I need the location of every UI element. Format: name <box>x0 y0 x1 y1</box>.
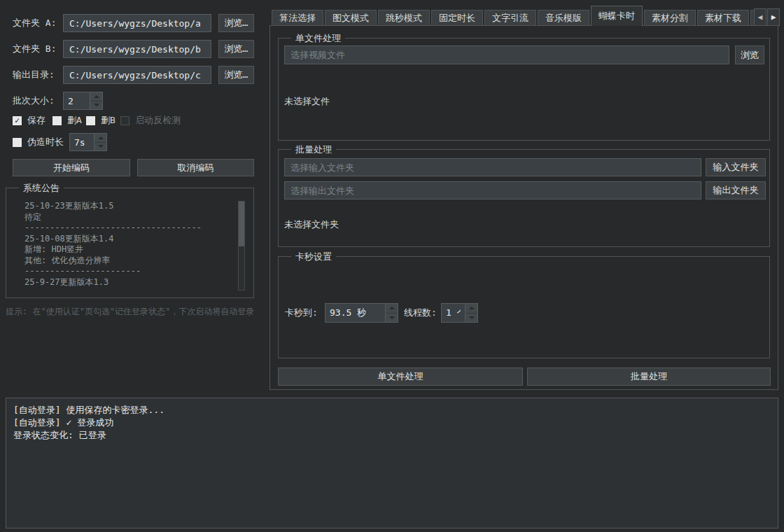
folder-a-label: 文件夹 A: <box>13 14 56 31</box>
save-checkbox-label: 保存 <box>27 111 46 129</box>
log-line: [自动登录] 使用保存的卡密登录... <box>13 404 771 416</box>
tab-pane: 单文件处理 浏览 未选择文件 批量处理 输入文件夹 输出文件夹 未选择文件夹 卡… <box>270 25 778 390</box>
output-dir-label: 输出目录: <box>13 66 55 83</box>
log-output[interactable]: [自动登录] 使用保存的卡密登录... [自动登录] ✓ 登录成功 登录状态变化… <box>6 398 778 528</box>
anti-detect-checkbox-label: 启动反检测 <box>135 111 181 129</box>
spinner-down-icon[interactable] <box>465 314 477 323</box>
announcement-line: 25-9-27更新版本1.3 <box>24 277 231 288</box>
announcement-line: 25-10-23更新版本1.5 <box>24 201 231 212</box>
batch-status: 未选择文件夹 <box>284 218 339 231</box>
input-folder-button[interactable]: 输入文件夹 <box>706 158 766 176</box>
tab-fixed-duration[interactable]: 固定时长 <box>431 10 483 26</box>
batch-group-title: 批量处理 <box>291 144 336 155</box>
tab-music-template[interactable]: 音乐模版 <box>538 10 589 26</box>
announcement-line: 25-10-08更新版本1.4 <box>24 234 231 245</box>
save-checkbox[interactable]: ✓ <box>13 116 22 125</box>
spinner-down-icon[interactable] <box>94 143 106 151</box>
anti-detect-checkbox <box>120 116 130 125</box>
output-dir-browse-button[interactable]: 浏览… <box>218 66 254 84</box>
tab-material-download[interactable]: 素材下载 <box>697 10 749 26</box>
tab-material-split[interactable]: 素材分割 <box>644 10 696 26</box>
process-batch-button[interactable]: 批量处理 <box>527 368 771 386</box>
thread-count-label: 线程数: <box>404 304 437 321</box>
card-seconds-label: 卡秒到: <box>285 304 318 321</box>
tab-image-text[interactable]: 图文模式 <box>325 10 377 26</box>
video-browse-button[interactable]: 浏览 <box>735 46 764 64</box>
announcements-group: 系统公告 25-10-23更新版本1.5 待定 ----------------… <box>6 188 254 298</box>
scrollbar-thumb[interactable] <box>239 202 244 246</box>
spinner-down-icon[interactable] <box>90 102 102 110</box>
tab-scroll-left-icon[interactable]: ◀ <box>754 8 766 26</box>
announcement-line: 待定 <box>24 212 231 223</box>
delete-a-checkbox-label: 删A <box>67 111 82 129</box>
thread-count-value[interactable] <box>442 304 465 322</box>
spinner-up-icon[interactable] <box>94 134 106 143</box>
folder-b-label: 文件夹 B: <box>13 40 56 57</box>
folder-a-browse-button[interactable]: 浏览… <box>218 14 254 32</box>
tab-algorithm[interactable]: 算法选择 <box>272 10 323 26</box>
delete-b-checkbox[interactable] <box>86 116 95 125</box>
single-file-status: 未选择文件 <box>284 95 330 108</box>
batch-size-stepper[interactable] <box>63 92 103 110</box>
spinner-up-icon[interactable] <box>386 304 398 314</box>
log-line: [自动登录] ✓ 登录成功 <box>13 416 771 429</box>
announcements-text[interactable]: 25-10-23更新版本1.5 待定 ---------------------… <box>24 201 231 292</box>
tab-skip-second[interactable]: 跳秒模式 <box>378 10 430 26</box>
input-folder-input[interactable] <box>284 158 701 176</box>
app-window: 文件夹 A: 浏览… 文件夹 B: 浏览… 输出目录: 浏览… 批次大小: ✓ … <box>0 0 784 532</box>
announcement-line: 新增: HDH竖井 <box>24 244 231 255</box>
video-file-input[interactable] <box>284 46 729 64</box>
single-file-group-title: 单文件处理 <box>291 32 345 44</box>
fake-duration-checkbox[interactable] <box>13 138 22 147</box>
single-file-group: 单文件处理 浏览 未选择文件 <box>278 38 770 141</box>
delete-a-checkbox[interactable] <box>52 116 62 125</box>
fake-duration-label: 伪造时长 <box>27 133 64 150</box>
log-line: 登录状态变化: 已登录 <box>13 429 771 442</box>
announcement-line: ----------------------------------- <box>24 223 231 234</box>
tab-scroll-right-icon[interactable]: ▶ <box>767 8 780 26</box>
card-seconds-stepper[interactable] <box>325 303 398 323</box>
output-folder-button[interactable]: 输出文件夹 <box>706 181 766 200</box>
spinner-up-icon[interactable] <box>465 304 477 314</box>
card-seconds-group-title: 卡秒设置 <box>291 251 336 262</box>
process-single-button[interactable]: 单文件处理 <box>278 368 523 386</box>
output-dir-input[interactable] <box>63 66 211 84</box>
announcements-scrollbar[interactable] <box>238 201 245 290</box>
batch-group: 批量处理 输入文件夹 输出文件夹 未选择文件夹 <box>278 149 770 247</box>
fake-duration-value[interactable] <box>70 134 94 150</box>
output-folder-input[interactable] <box>284 181 701 200</box>
cancel-encode-button[interactable]: 取消编码 <box>137 159 254 176</box>
folder-a-input[interactable] <box>63 14 211 32</box>
card-seconds-value[interactable] <box>326 304 385 322</box>
tab-text-traffic[interactable]: 文字引流 <box>484 10 536 26</box>
tab-bar: 算法选择 图文模式 跳秒模式 固定时长 文字引流 音乐模版 蝴蝶卡时 素材分割 … <box>272 6 765 26</box>
announcements-title: 系统公告 <box>19 182 64 194</box>
spinner-up-icon[interactable] <box>90 92 102 102</box>
batch-size-label: 批次大小: <box>13 92 55 109</box>
spinner-down-icon[interactable] <box>386 314 398 323</box>
thread-count-stepper[interactable] <box>441 303 478 323</box>
login-hint-text: 提示: 在"使用认证"页勾选"记住登录状态"，下次启动将自动登录 <box>6 306 258 318</box>
card-seconds-group: 卡秒设置 卡秒到: 线程数: <box>278 256 770 358</box>
delete-b-checkbox-label: 删B <box>101 111 115 129</box>
fake-duration-stepper[interactable] <box>69 133 107 151</box>
start-encode-button[interactable]: 开始编码 <box>13 159 130 176</box>
folder-b-input[interactable] <box>63 40 211 58</box>
folder-b-browse-button[interactable]: 浏览… <box>218 40 254 58</box>
announcement-line: ----------------------- <box>24 266 231 277</box>
announcement-line: 其他: 优化伪造分辨率 <box>24 255 231 267</box>
batch-size-value[interactable] <box>64 92 90 109</box>
tab-butterfly-card-time[interactable]: 蝴蝶卡时 <box>591 6 643 26</box>
